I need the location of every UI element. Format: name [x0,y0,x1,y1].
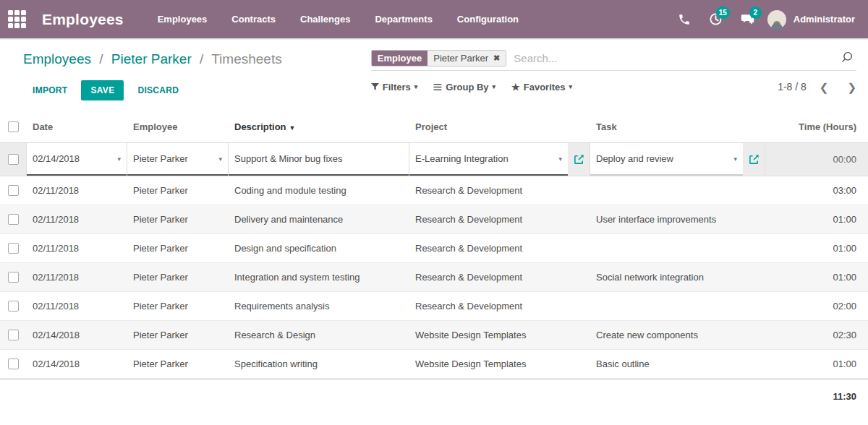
user-menu[interactable]: Administrator [793,14,855,25]
app-title: Employees [42,11,124,28]
save-button[interactable]: SAVE [81,80,124,100]
menu-contracts[interactable]: Contracts [222,8,285,30]
row-checkbox[interactable] [8,243,19,254]
row-checkbox[interactable] [8,272,19,283]
chevron-down-icon[interactable]: ▾ [558,155,562,163]
cell-employee[interactable]: Pieter Parker [127,301,228,312]
cell-project[interactable]: Research & Development [409,243,590,254]
breadcrumb-employees[interactable]: Employees [23,51,91,66]
cell-time[interactable]: 01:00 [765,243,868,254]
search-icon[interactable] [841,51,854,66]
cell-project[interactable]: Research & Development [409,301,590,312]
header-employee[interactable]: Employee [127,121,228,132]
user-avatar[interactable] [767,10,786,29]
phone-icon[interactable] [672,7,697,32]
cell-task[interactable]: Basic outline [590,359,765,369]
cell-employee[interactable]: Pieter Parker [127,243,228,254]
cell-time[interactable]: 03:00 [765,185,868,196]
row-checkbox[interactable] [8,359,19,369]
favorites-label: Favorites [524,82,566,93]
cell-employee[interactable]: Pieter Parker [127,330,228,340]
cell-date[interactable]: 02/11/2018 [26,272,127,283]
pager-next-icon[interactable]: ❯ [847,82,856,93]
row-checkbox[interactable] [8,185,19,196]
cell-date[interactable]: 02/11/2018 [26,185,127,196]
cell-project[interactable]: Website Design Templates [409,330,590,340]
header-date[interactable]: Date [26,121,127,132]
header-task[interactable]: Task [590,121,765,132]
cell-employee[interactable]: Pieter Parker [127,214,228,225]
menu-configuration[interactable]: Configuration [448,8,528,30]
table-row[interactable]: 02/11/2018 Pieter Parker Coding and modu… [0,176,868,205]
cell-time[interactable]: 01:00 [765,359,868,369]
header-project[interactable]: Project [409,121,590,132]
task-external-link-icon[interactable] [743,143,765,176]
row-checkbox[interactable] [8,154,19,165]
chevron-down-icon[interactable]: ▾ [117,155,121,163]
cell-task[interactable]: Social network integration [590,272,765,283]
chevron-down-icon: ▾ [569,83,573,90]
import-button[interactable]: IMPORT [23,80,77,100]
select-all-checkbox[interactable] [8,121,19,132]
cell-employee[interactable]: Pieter Parker [127,272,228,283]
cell-project[interactable]: Research & Development [409,214,590,225]
task-field[interactable]: Deploy and review ▾ [590,143,743,176]
cell-description[interactable]: Specification writing [228,359,409,369]
cell-time[interactable]: 01:00 [765,272,868,283]
table-row[interactable]: 02/11/2018 Pieter Parker Delivery and ma… [0,205,868,234]
row-checkbox[interactable] [8,301,19,312]
table-row[interactable]: 02/14/2018 Pieter Parker Specification w… [0,350,868,379]
cell-project[interactable]: Research & Development [409,185,590,196]
apps-menu-button[interactable] [0,0,33,38]
header-description[interactable]: Description▼ [228,121,409,132]
project-external-link-icon[interactable] [568,143,590,176]
cell-time[interactable]: 02:00 [765,301,868,312]
cell-project[interactable]: Website Design Templates [409,359,590,369]
group-by-dropdown[interactable]: Group By ▾ [433,82,495,93]
chevron-down-icon[interactable]: ▾ [733,155,737,163]
discard-button[interactable]: DISCARD [128,80,188,100]
menu-employees[interactable]: Employees [148,8,217,30]
breadcrumb-pieter-parker[interactable]: Pieter Parker [111,51,192,66]
time-field[interactable]: 00:00 [765,143,868,176]
menu-departments[interactable]: Departments [365,8,441,30]
filters-dropdown[interactable]: Filters ▾ [371,82,418,93]
activities-clock-icon[interactable]: 15 [704,7,728,32]
description-field[interactable]: Support & Minor bug fixes [229,143,409,176]
cell-description[interactable]: Requirements analysis [228,301,409,312]
cell-description[interactable]: Integration and system testing [228,272,409,283]
table-row[interactable]: 02/11/2018 Pieter Parker Design and spec… [0,234,868,263]
messages-icon[interactable]: 2 [736,7,760,32]
header-time[interactable]: Time (Hours) [765,121,868,132]
project-field[interactable]: E-Learning Integration ▾ [409,143,568,176]
favorites-dropdown[interactable]: ★ Favorites ▾ [511,82,572,93]
date-field[interactable]: 02/14/2018 ▾ [27,143,127,176]
cell-time[interactable]: 01:00 [765,214,868,225]
pager-previous-icon[interactable]: ❮ [820,82,829,93]
employee-field[interactable]: Pieter Parker ▾ [127,143,228,176]
cell-date[interactable]: 02/14/2018 [26,359,127,369]
facet-remove-icon[interactable]: ✖ [493,53,500,63]
cell-project[interactable]: Research & Development [409,272,590,283]
search-input[interactable] [514,52,841,64]
cell-task[interactable]: Create new components [590,330,765,340]
row-checkbox[interactable] [8,330,19,340]
cell-description[interactable]: Design and specification [228,243,409,254]
cell-employee[interactable]: Pieter Parker [127,185,228,196]
cell-time[interactable]: 02:30 [765,330,868,340]
table-row[interactable]: 02/11/2018 Pieter Parker Requirements an… [0,292,868,321]
cell-employee[interactable]: Pieter Parker [127,359,228,369]
cell-date[interactable]: 02/11/2018 [26,243,127,254]
cell-date[interactable]: 02/11/2018 [26,301,127,312]
table-row[interactable]: 02/11/2018 Pieter Parker Integration and… [0,263,868,292]
menu-challenges[interactable]: Challenges [291,8,359,30]
cell-description[interactable]: Delivery and maintenance [228,214,409,225]
row-checkbox[interactable] [8,214,19,225]
cell-date[interactable]: 02/14/2018 [26,330,127,340]
cell-description[interactable]: Coding and module testing [228,185,409,196]
chevron-down-icon[interactable]: ▾ [218,155,222,163]
cell-task[interactable]: User interface improvements [590,214,765,225]
table-row[interactable]: 02/14/2018 Pieter Parker Research & Desi… [0,321,868,350]
cell-date[interactable]: 02/11/2018 [26,214,127,225]
cell-description[interactable]: Research & Design [228,330,409,340]
